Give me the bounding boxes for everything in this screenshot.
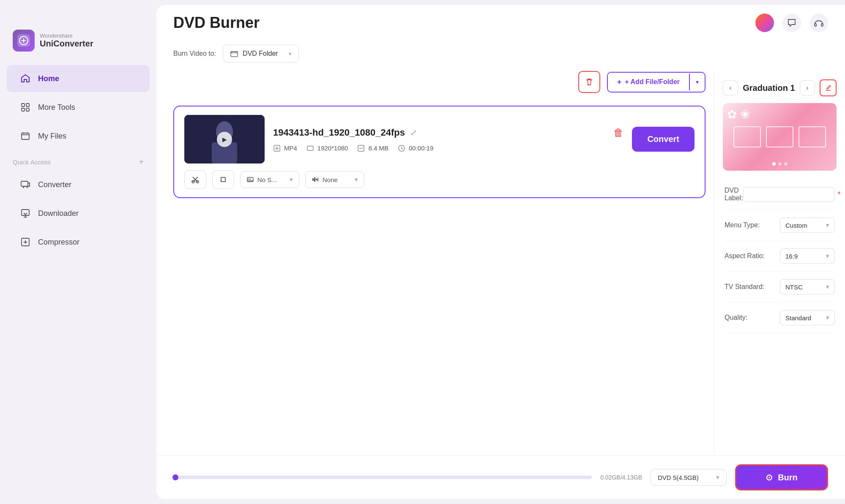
menu-type-dropdown[interactable]: Custom ▾ (780, 218, 835, 233)
tv-standard-row: TV Standard: NTSC ▾ (725, 272, 835, 302)
format-icon (273, 144, 281, 152)
bottom-bar: 0.02GB/4.13GB DVD 5(4.5GB) ▾ ⊙ Burn (156, 455, 845, 499)
add-file-chevron[interactable]: ▾ (689, 74, 705, 90)
preview-flowers: ✿ ❀ (727, 107, 750, 121)
audio-icon (312, 176, 319, 183)
preview-boxes (733, 126, 826, 147)
progress-label: 0.02GB/4.13GB (600, 474, 642, 481)
logo-name: UniConverter (40, 39, 93, 49)
preview-dots (772, 162, 788, 166)
preview-dot-3 (784, 162, 788, 166)
add-file-label: + Add File/Folder (625, 78, 680, 86)
quality-label: Quality: (725, 314, 747, 321)
preview-background: ✿ ❀ (723, 103, 837, 171)
convert-button[interactable]: Convert (632, 127, 695, 152)
preview-dot-1 (772, 162, 776, 166)
svg-rect-24 (317, 178, 318, 181)
prev-template-button[interactable]: ‹ (723, 80, 738, 95)
video-delete-button[interactable]: 🗑 (613, 127, 623, 139)
menu-type-row: Menu Type: Custom ▾ (725, 210, 835, 241)
quality-dropdown[interactable]: Standard ▾ (780, 310, 835, 325)
menu-type-label: Menu Type: (725, 221, 760, 229)
template-title: Graduation 1 (743, 83, 795, 93)
subtitle-icon (246, 176, 254, 183)
burn-video-bar: Burn Video to: DVD Folder ▾ (156, 41, 845, 71)
top-bar: DVD Burner (156, 5, 845, 41)
add-plus-icon: + (617, 78, 622, 87)
user-avatar[interactable] (755, 14, 774, 32)
quick-access-add-button[interactable]: + (139, 157, 144, 167)
sidebar-item-compressor[interactable]: Compressor (7, 229, 150, 256)
svg-rect-12 (231, 52, 238, 57)
video-thumbnail: ▶ (184, 115, 265, 163)
more-tools-label: More Tools (38, 103, 75, 112)
page-title: DVD Burner (173, 14, 260, 32)
headphone-button[interactable] (809, 14, 828, 32)
audio-dropdown[interactable]: None ▾ (305, 171, 364, 188)
quality-chevron: ▾ (826, 314, 829, 321)
video-resolution: 1920*1080 (317, 144, 348, 152)
add-file-folder-button[interactable]: + + Add File/Folder ▾ (607, 72, 706, 93)
burn-video-label: Burn Video to: (173, 50, 216, 57)
tv-standard-dropdown[interactable]: NTSC ▾ (780, 279, 835, 294)
more-tools-icon (19, 101, 31, 113)
my-files-label: My Files (38, 132, 66, 141)
svg-rect-3 (26, 104, 29, 106)
message-button[interactable] (782, 14, 801, 32)
burn-target-value: DVD Folder (243, 50, 278, 57)
trim-button[interactable] (184, 170, 206, 189)
progress-track (173, 476, 592, 479)
duration-meta: 00:00:19 (398, 144, 433, 152)
dvd-label-input[interactable] (743, 187, 834, 202)
external-link-icon[interactable]: ⤢ (410, 128, 417, 138)
crop-button[interactable] (212, 170, 234, 189)
burn-icon: ⊙ (766, 472, 773, 482)
sidebar-item-home[interactable]: Home (7, 65, 150, 92)
preview-box-1 (733, 126, 761, 147)
progress-thumb (172, 474, 178, 480)
template-preview: ✿ ❀ (723, 103, 837, 171)
quick-access-label: Quick Access (13, 158, 51, 166)
dvd-label-value-row: * (743, 187, 841, 202)
svg-rect-4 (22, 108, 25, 111)
add-file-main[interactable]: + + Add File/Folder (608, 73, 689, 92)
menu-type-chevron: ▾ (826, 221, 829, 229)
sidebar-item-converter[interactable]: Converter (7, 171, 150, 198)
aspect-ratio-dropdown[interactable]: 16:9 ▾ (780, 248, 835, 264)
burn-button[interactable]: ⊙ Burn (735, 464, 828, 490)
subtitle-chevron: ▾ (290, 176, 293, 183)
svg-rect-14 (307, 146, 313, 150)
converter-label: Converter (38, 180, 71, 189)
video-info: 1943413-hd_1920_1080_24fps ⤢ 🗑 (273, 127, 623, 152)
audio-value: None (323, 176, 338, 183)
svg-rect-6 (22, 133, 29, 139)
delete-all-button[interactable] (578, 71, 600, 93)
sidebar-item-my-files[interactable]: My Files (7, 123, 150, 150)
tv-standard-label: TV Standard: (725, 283, 764, 291)
edit-template-button[interactable] (820, 79, 837, 96)
sidebar-item-more-tools[interactable]: More Tools (7, 94, 150, 121)
tv-standard-value: NTSC (785, 283, 803, 291)
video-section: + + Add File/Folder ▾ (173, 71, 714, 455)
svg-rect-5 (26, 108, 29, 111)
action-bar: + + Add File/Folder ▾ (173, 71, 706, 93)
svg-rect-21 (312, 178, 314, 181)
svg-rect-10 (815, 24, 816, 26)
video-name-row: 1943413-hd_1920_1080_24fps ⤢ 🗑 (273, 127, 623, 139)
play-button[interactable]: ▶ (217, 132, 232, 147)
subtitle-dropdown[interactable]: No S... ▾ (240, 171, 299, 188)
downloader-label: Downloader (38, 209, 79, 218)
dvd-size-dropdown[interactable]: DVD 5(4.5GB) ▾ (651, 469, 727, 486)
burn-target-dropdown[interactable]: DVD Folder ▾ (223, 45, 299, 63)
sidebar-item-downloader[interactable]: Downloader (7, 200, 150, 227)
quality-row: Quality: Standard ▾ (725, 302, 835, 333)
next-template-button[interactable]: › (800, 80, 815, 95)
video-size: 8.4 MB (368, 144, 388, 152)
preview-box-2 (766, 126, 793, 147)
video-duration: 00:00:19 (409, 144, 433, 152)
logo-area: Wondershare UniConverter (0, 21, 156, 64)
dvd-folder-icon (230, 49, 238, 58)
burn-target-chevron: ▾ (289, 51, 292, 57)
my-files-icon (19, 130, 31, 142)
compressor-icon (19, 236, 31, 248)
